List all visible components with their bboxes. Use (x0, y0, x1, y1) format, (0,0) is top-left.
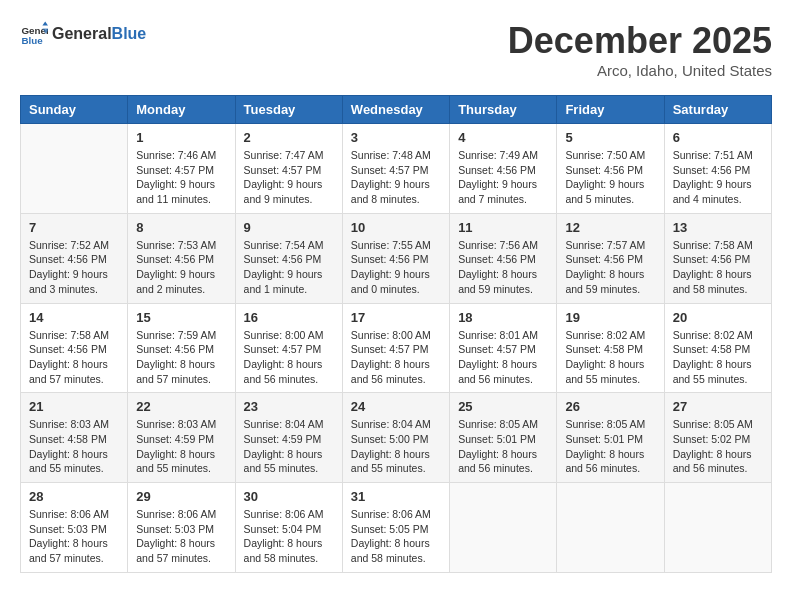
day-info: Sunrise: 8:05 AMSunset: 5:02 PMDaylight:… (673, 417, 763, 476)
day-number: 2 (244, 130, 334, 145)
logo-icon: General Blue (20, 20, 48, 48)
day-info: Sunrise: 8:06 AMSunset: 5:04 PMDaylight:… (244, 507, 334, 566)
day-info: Sunrise: 7:57 AMSunset: 4:56 PMDaylight:… (565, 238, 655, 297)
calendar-day-cell: 18Sunrise: 8:01 AMSunset: 4:57 PMDayligh… (450, 303, 557, 393)
day-number: 1 (136, 130, 226, 145)
day-info: Sunrise: 7:51 AMSunset: 4:56 PMDaylight:… (673, 148, 763, 207)
logo: General Blue General Blue (20, 20, 146, 48)
calendar-day-cell: 11Sunrise: 7:56 AMSunset: 4:56 PMDayligh… (450, 213, 557, 303)
calendar-day-cell: 28Sunrise: 8:06 AMSunset: 5:03 PMDayligh… (21, 483, 128, 573)
day-number: 15 (136, 310, 226, 325)
col-saturday: Saturday (664, 96, 771, 124)
day-info: Sunrise: 7:49 AMSunset: 4:56 PMDaylight:… (458, 148, 548, 207)
day-number: 16 (244, 310, 334, 325)
logo-blue-text: Blue (112, 25, 147, 43)
day-number: 10 (351, 220, 441, 235)
day-number: 19 (565, 310, 655, 325)
day-info: Sunrise: 7:59 AMSunset: 4:56 PMDaylight:… (136, 328, 226, 387)
calendar-day-cell: 5Sunrise: 7:50 AMSunset: 4:56 PMDaylight… (557, 124, 664, 214)
calendar-day-cell: 30Sunrise: 8:06 AMSunset: 5:04 PMDayligh… (235, 483, 342, 573)
title-area: December 2025 Arco, Idaho, United States (508, 20, 772, 79)
day-number: 26 (565, 399, 655, 414)
day-info: Sunrise: 8:02 AMSunset: 4:58 PMDaylight:… (565, 328, 655, 387)
day-number: 27 (673, 399, 763, 414)
calendar-subtitle: Arco, Idaho, United States (508, 62, 772, 79)
day-number: 25 (458, 399, 548, 414)
day-number: 11 (458, 220, 548, 235)
col-wednesday: Wednesday (342, 96, 449, 124)
calendar-day-cell: 6Sunrise: 7:51 AMSunset: 4:56 PMDaylight… (664, 124, 771, 214)
day-info: Sunrise: 8:06 AMSunset: 5:05 PMDaylight:… (351, 507, 441, 566)
calendar-day-cell: 16Sunrise: 8:00 AMSunset: 4:57 PMDayligh… (235, 303, 342, 393)
day-number: 24 (351, 399, 441, 414)
calendar-day-cell: 9Sunrise: 7:54 AMSunset: 4:56 PMDaylight… (235, 213, 342, 303)
day-number: 14 (29, 310, 119, 325)
calendar-day-cell (557, 483, 664, 573)
day-info: Sunrise: 8:03 AMSunset: 4:58 PMDaylight:… (29, 417, 119, 476)
calendar-week-row: 1Sunrise: 7:46 AMSunset: 4:57 PMDaylight… (21, 124, 772, 214)
day-info: Sunrise: 8:05 AMSunset: 5:01 PMDaylight:… (458, 417, 548, 476)
calendar-day-cell: 13Sunrise: 7:58 AMSunset: 4:56 PMDayligh… (664, 213, 771, 303)
day-info: Sunrise: 8:02 AMSunset: 4:58 PMDaylight:… (673, 328, 763, 387)
day-number: 30 (244, 489, 334, 504)
day-number: 29 (136, 489, 226, 504)
calendar-day-cell (21, 124, 128, 214)
day-number: 6 (673, 130, 763, 145)
col-tuesday: Tuesday (235, 96, 342, 124)
calendar-table: Sunday Monday Tuesday Wednesday Thursday… (20, 95, 772, 573)
calendar-day-cell: 14Sunrise: 7:58 AMSunset: 4:56 PMDayligh… (21, 303, 128, 393)
calendar-day-cell (450, 483, 557, 573)
day-info: Sunrise: 7:46 AMSunset: 4:57 PMDaylight:… (136, 148, 226, 207)
day-number: 9 (244, 220, 334, 235)
calendar-day-cell: 19Sunrise: 8:02 AMSunset: 4:58 PMDayligh… (557, 303, 664, 393)
calendar-day-cell: 25Sunrise: 8:05 AMSunset: 5:01 PMDayligh… (450, 393, 557, 483)
calendar-week-row: 14Sunrise: 7:58 AMSunset: 4:56 PMDayligh… (21, 303, 772, 393)
calendar-week-row: 21Sunrise: 8:03 AMSunset: 4:58 PMDayligh… (21, 393, 772, 483)
calendar-day-cell: 12Sunrise: 7:57 AMSunset: 4:56 PMDayligh… (557, 213, 664, 303)
calendar-day-cell: 4Sunrise: 7:49 AMSunset: 4:56 PMDaylight… (450, 124, 557, 214)
logo-general-text: General (52, 25, 112, 43)
calendar-title: December 2025 (508, 20, 772, 62)
calendar-day-cell: 26Sunrise: 8:05 AMSunset: 5:01 PMDayligh… (557, 393, 664, 483)
day-number: 7 (29, 220, 119, 235)
calendar-day-cell: 24Sunrise: 8:04 AMSunset: 5:00 PMDayligh… (342, 393, 449, 483)
calendar-day-cell: 15Sunrise: 7:59 AMSunset: 4:56 PMDayligh… (128, 303, 235, 393)
day-info: Sunrise: 8:03 AMSunset: 4:59 PMDaylight:… (136, 417, 226, 476)
day-number: 23 (244, 399, 334, 414)
day-number: 18 (458, 310, 548, 325)
day-number: 13 (673, 220, 763, 235)
day-number: 4 (458, 130, 548, 145)
svg-text:Blue: Blue (21, 35, 43, 46)
day-info: Sunrise: 7:50 AMSunset: 4:56 PMDaylight:… (565, 148, 655, 207)
col-monday: Monday (128, 96, 235, 124)
header-row: Sunday Monday Tuesday Wednesday Thursday… (21, 96, 772, 124)
calendar-day-cell: 17Sunrise: 8:00 AMSunset: 4:57 PMDayligh… (342, 303, 449, 393)
day-info: Sunrise: 7:52 AMSunset: 4:56 PMDaylight:… (29, 238, 119, 297)
day-number: 21 (29, 399, 119, 414)
day-number: 17 (351, 310, 441, 325)
day-number: 22 (136, 399, 226, 414)
calendar-day-cell: 29Sunrise: 8:06 AMSunset: 5:03 PMDayligh… (128, 483, 235, 573)
calendar-week-row: 7Sunrise: 7:52 AMSunset: 4:56 PMDaylight… (21, 213, 772, 303)
calendar-day-cell: 2Sunrise: 7:47 AMSunset: 4:57 PMDaylight… (235, 124, 342, 214)
calendar-day-cell (664, 483, 771, 573)
header-area: General Blue General Blue December 2025 … (20, 20, 772, 79)
day-info: Sunrise: 8:06 AMSunset: 5:03 PMDaylight:… (136, 507, 226, 566)
calendar-day-cell: 8Sunrise: 7:53 AMSunset: 4:56 PMDaylight… (128, 213, 235, 303)
day-number: 31 (351, 489, 441, 504)
day-number: 8 (136, 220, 226, 235)
calendar-day-cell: 31Sunrise: 8:06 AMSunset: 5:05 PMDayligh… (342, 483, 449, 573)
calendar-day-cell: 22Sunrise: 8:03 AMSunset: 4:59 PMDayligh… (128, 393, 235, 483)
day-info: Sunrise: 8:01 AMSunset: 4:57 PMDaylight:… (458, 328, 548, 387)
day-info: Sunrise: 7:58 AMSunset: 4:56 PMDaylight:… (673, 238, 763, 297)
calendar-day-cell: 20Sunrise: 8:02 AMSunset: 4:58 PMDayligh… (664, 303, 771, 393)
day-info: Sunrise: 7:55 AMSunset: 4:56 PMDaylight:… (351, 238, 441, 297)
day-info: Sunrise: 7:53 AMSunset: 4:56 PMDaylight:… (136, 238, 226, 297)
calendar-day-cell: 10Sunrise: 7:55 AMSunset: 4:56 PMDayligh… (342, 213, 449, 303)
calendar-week-row: 28Sunrise: 8:06 AMSunset: 5:03 PMDayligh… (21, 483, 772, 573)
day-number: 5 (565, 130, 655, 145)
day-number: 3 (351, 130, 441, 145)
day-info: Sunrise: 8:06 AMSunset: 5:03 PMDaylight:… (29, 507, 119, 566)
day-info: Sunrise: 7:48 AMSunset: 4:57 PMDaylight:… (351, 148, 441, 207)
calendar-day-cell: 3Sunrise: 7:48 AMSunset: 4:57 PMDaylight… (342, 124, 449, 214)
